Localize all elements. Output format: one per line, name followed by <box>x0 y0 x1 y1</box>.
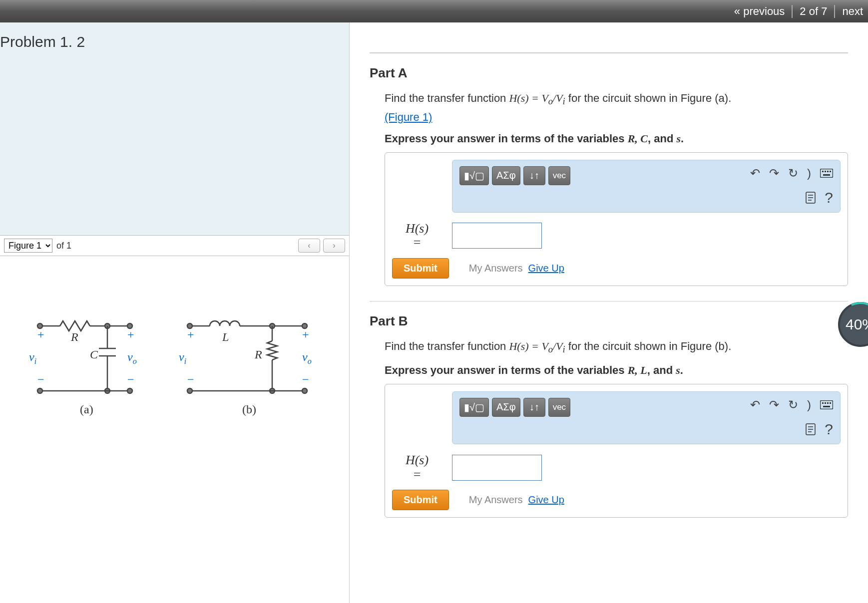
previous-link[interactable]: « previous <box>727 5 793 18</box>
svg-rect-43 <box>822 171 824 172</box>
svg-text:−: − <box>187 373 194 386</box>
next-link[interactable]: next <box>835 5 863 18</box>
answer-lhs-label-b: H(s)= <box>392 453 442 482</box>
equation-toolbar-b: ▮√▢ ΑΣφ ↓↑ vec ↶ ↷ ↻ ) <box>452 391 841 444</box>
vec-button[interactable]: vec <box>548 398 570 417</box>
my-answers-label-b: My Answers <box>469 494 523 505</box>
templates-button[interactable]: ▮√▢ <box>459 398 489 417</box>
circuit-diagram: + vi − R C + vo − + vi − L R + vo − (a) <box>20 316 330 446</box>
page-counter: 2 of 7 <box>793 5 835 18</box>
answer-lhs-label: H(s)= <box>392 222 442 250</box>
paren-icon[interactable]: ) <box>807 398 811 412</box>
right-panel: Part A Find the transfer function H(s) =… <box>350 22 868 603</box>
paren-icon[interactable]: ) <box>807 166 811 180</box>
svg-point-11 <box>127 388 132 393</box>
figure-count: of 1 <box>56 241 71 251</box>
part-b-title: Part B <box>370 301 848 329</box>
svg-rect-57 <box>823 406 830 407</box>
subscript-button[interactable]: ↓↑ <box>523 398 545 417</box>
templates-button[interactable]: ▮√▢ <box>459 166 489 185</box>
undo-icon[interactable]: ↶ <box>750 166 760 180</box>
svg-text:(a): (a) <box>80 403 93 416</box>
my-answers-label: My Answers <box>469 263 523 274</box>
svg-text:vo: vo <box>302 350 312 365</box>
svg-text:−: − <box>127 373 134 386</box>
svg-text:+: + <box>187 328 194 341</box>
subscript-button[interactable]: ↓↑ <box>523 166 545 185</box>
help-icon[interactable]: ? <box>825 421 833 438</box>
vec-button[interactable]: vec <box>548 166 570 185</box>
left-panel: Problem 1. 2 Figure 1 of 1 ‹ › <box>0 22 350 603</box>
svg-text:+: + <box>127 328 134 341</box>
greek-button[interactable]: ΑΣφ <box>492 398 520 417</box>
svg-text:vi: vi <box>29 350 36 365</box>
svg-rect-54 <box>825 402 826 404</box>
svg-rect-45 <box>827 171 829 172</box>
part-b-answer-input[interactable] <box>452 455 542 481</box>
svg-text:+: + <box>302 328 309 341</box>
svg-text:+: + <box>37 328 44 341</box>
svg-text:(b): (b) <box>242 403 256 416</box>
svg-text:−: − <box>37 373 44 386</box>
svg-rect-47 <box>823 174 830 176</box>
svg-rect-56 <box>830 402 831 404</box>
reset-icon[interactable]: ↻ <box>788 398 798 412</box>
give-up-link[interactable]: Give Up <box>528 263 564 274</box>
part-b-submit-button[interactable]: Submit <box>392 490 449 510</box>
svg-rect-44 <box>825 171 826 172</box>
svg-rect-55 <box>827 402 829 404</box>
figure-select[interactable]: Figure 1 <box>4 239 52 253</box>
give-up-link-b[interactable]: Give Up <box>528 494 564 505</box>
svg-text:C: C <box>90 348 98 361</box>
part-a-prompt: Find the transfer function H(s) = Vo/Vi … <box>385 90 848 125</box>
svg-rect-53 <box>822 402 824 404</box>
svg-rect-46 <box>830 171 831 172</box>
review-icon[interactable] <box>806 192 816 204</box>
redo-icon[interactable]: ↷ <box>769 398 779 412</box>
svg-text:R: R <box>254 348 262 361</box>
figure-body: + vi − R C + vo − + vi − L R + vo − (a) <box>0 256 349 603</box>
part-a-submit-button[interactable]: Submit <box>392 258 449 279</box>
figure-header: Figure 1 of 1 ‹ › <box>0 235 349 256</box>
svg-text:−: − <box>302 373 309 386</box>
figure-next-button[interactable]: › <box>323 239 345 253</box>
part-a-answer-input[interactable] <box>452 223 542 249</box>
svg-text:R: R <box>70 330 78 343</box>
review-icon[interactable] <box>806 423 816 435</box>
svg-rect-52 <box>821 400 833 409</box>
svg-rect-42 <box>821 169 833 177</box>
part-b-instruction: Express your answer in terms of the vari… <box>385 364 848 377</box>
keyboard-icon[interactable] <box>820 400 833 409</box>
equation-toolbar: ▮√▢ ΑΣφ ↓↑ vec ↶ ↷ ↻ ) <box>452 160 841 213</box>
svg-text:L: L <box>222 330 229 343</box>
top-navbar: « previous 2 of 7 next <box>0 0 868 22</box>
problem-title: Problem 1. 2 <box>0 22 349 50</box>
svg-point-20 <box>187 388 192 393</box>
redo-icon[interactable]: ↷ <box>769 166 779 180</box>
undo-icon[interactable]: ↶ <box>750 398 760 412</box>
part-b-prompt: Find the transfer function H(s) = Vo/Vi … <box>385 338 848 357</box>
svg-text:vo: vo <box>127 350 137 365</box>
figure-link[interactable]: (Figure 1) <box>385 111 432 123</box>
svg-point-9 <box>37 388 42 393</box>
part-a-answer-box: ▮√▢ ΑΣφ ↓↑ vec ↶ ↷ ↻ ) <box>385 152 848 286</box>
help-icon[interactable]: ? <box>825 189 833 206</box>
part-b-answer-box: ▮√▢ ΑΣφ ↓↑ vec ↶ ↷ ↻ ) <box>385 384 848 518</box>
svg-point-22 <box>302 388 307 393</box>
svg-text:vi: vi <box>179 350 186 365</box>
part-a-instruction: Express your answer in terms of the vari… <box>385 132 848 145</box>
keyboard-icon[interactable] <box>820 169 833 178</box>
figure-prev-button[interactable]: ‹ <box>298 239 320 253</box>
greek-button[interactable]: ΑΣφ <box>492 166 520 185</box>
reset-icon[interactable]: ↻ <box>788 166 798 180</box>
part-a-title: Part A <box>370 52 848 81</box>
